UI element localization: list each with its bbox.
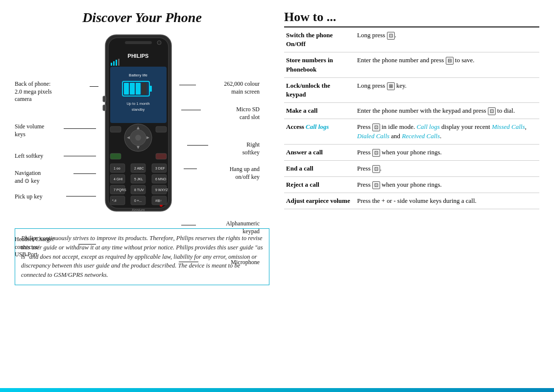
right-column: How to ... Switch the phone On/Off Long …	[284, 10, 539, 383]
row-label: Adjust earpiece volume	[284, 193, 355, 209]
svg-rect-27	[156, 126, 167, 132]
label-alphanumeric: Alphanumerickeypad	[196, 220, 260, 235]
svg-rect-26	[110, 126, 121, 132]
label-hangup: Hang up andon/off key	[197, 166, 260, 181]
row-adjust-volume: Adjust earpiece volume Press the + or - …	[284, 193, 539, 209]
row-answer-call: Answer a call Press ⊡ when your phone ri…	[284, 144, 539, 160]
svg-text:8 TUV: 8 TUV	[134, 188, 144, 192]
svg-text:5 JKL: 5 JKL	[134, 177, 143, 181]
row-label: End a call	[284, 160, 355, 176]
phone-diagram: Back of phone:2.0 mega pixelscamera Side…	[15, 32, 269, 223]
key-icon: ⊡	[372, 181, 380, 189]
row-desc: Enter the phone number with the keypad a…	[355, 103, 539, 119]
svg-text:*.#: *.#	[112, 199, 117, 202]
svg-text:2 ABC: 2 ABC	[134, 167, 144, 170]
row-desc: Press ⊡.	[355, 160, 539, 176]
row-desc: Enter the phone number and press ⊟ to sa…	[355, 52, 539, 77]
svg-rect-15	[136, 83, 141, 95]
label-side-volume: Side volumekeys	[15, 123, 64, 138]
call-logs-link: Call logs	[306, 123, 329, 130]
svg-rect-56	[103, 96, 106, 102]
svg-rect-8	[118, 59, 120, 66]
row-store-numbers: Store numbers in Phonebook Enter the pho…	[284, 52, 539, 77]
label-headset: Headset/Chargerconnector/USB Port	[15, 236, 78, 259]
svg-rect-29	[156, 153, 167, 159]
svg-rect-13	[124, 83, 129, 95]
row-desc: Press ⊡ when your phone rings.	[355, 177, 539, 193]
svg-rect-12	[149, 86, 152, 92]
row-desc: Press the + or - side volume keys during…	[355, 193, 539, 209]
label-microphone: Microphone	[198, 259, 260, 267]
key-icon: ⊞	[387, 82, 395, 90]
row-reject-call: Reject a call Press ⊡ when your phone ri…	[284, 177, 539, 193]
svg-rect-16	[142, 83, 146, 95]
row-label: Lock/unlock the keypad	[284, 77, 355, 102]
svg-text:3 DEF: 3 DEF	[155, 167, 165, 170]
row-label: Switch the phone On/Off	[284, 27, 355, 52]
label-colour-screen: 262,000 colourmain screen	[196, 80, 260, 96]
bottom-bar	[0, 388, 554, 392]
row-label: Access Call logs	[284, 119, 355, 144]
row-desc: Long press ⊞ key.	[355, 77, 539, 102]
row-label: Reject a call	[284, 177, 355, 193]
svg-rect-7	[116, 60, 117, 66]
dialed-calls-link: Dialed Calls	[357, 132, 389, 140]
svg-point-21	[135, 135, 141, 141]
svg-rect-57	[103, 105, 106, 111]
label-navigation: Navigationand ⊙ key	[15, 170, 73, 185]
row-desc: Press ⊡ when your phone rings.	[355, 144, 539, 160]
how-to-table: Switch the phone On/Off Long press ⊡. St…	[284, 27, 539, 209]
svg-text:6 MNO: 6 MNO	[155, 177, 167, 181]
svg-text:Xenium: Xenium	[131, 208, 145, 212]
svg-text:1 oo: 1 oo	[114, 167, 120, 170]
left-column: Discover Your Phone Back of phone:2.0 me…	[15, 10, 269, 383]
svg-text:9 WXYZ: 9 WXYZ	[155, 188, 169, 192]
missed-calls-link: Missed Calls	[492, 123, 525, 130]
key-icon: ⊡	[372, 123, 380, 131]
row-lock-keypad: Lock/unlock the keypad Long press ⊞ key.	[284, 77, 539, 102]
svg-text:4 GHI: 4 GHI	[114, 177, 122, 181]
call-logs-text: Call logs	[416, 123, 439, 130]
svg-text:7 PQRS: 7 PQRS	[114, 188, 126, 192]
row-label: Make a call	[284, 103, 355, 119]
svg-text:+: +	[107, 97, 109, 100]
phone-image: PHILIPS Battery life	[96, 32, 181, 214]
svg-text:0 +...: 0 +...	[134, 199, 142, 202]
svg-point-3	[157, 41, 161, 45]
row-desc: Long press ⊡.	[355, 27, 539, 52]
row-end-call: End a call Press ⊡.	[284, 160, 539, 176]
key-icon: ⊡	[372, 149, 380, 157]
label-right-softkey: Rightsoftkey	[208, 141, 260, 156]
page-title: Discover Your Phone	[15, 10, 269, 25]
row-switch-onoff: Switch the phone On/Off Long press ⊡.	[284, 27, 539, 52]
label-back-camera: Back of phone:2.0 mega pixelscamera	[15, 80, 91, 103]
key-icon: ⊡	[488, 107, 496, 115]
svg-text:PHILIPS: PHILIPS	[128, 53, 149, 59]
row-label: Store numbers in Phonebook	[284, 52, 355, 77]
label-microsd: Micro SDcard slot	[201, 106, 260, 121]
received-calls-link: Received Calls	[402, 132, 440, 140]
svg-text:Up to 1 month: Up to 1 month	[126, 101, 149, 106]
label-left-softkey: Left softkey	[15, 152, 64, 160]
label-pickup: Pick up key	[15, 193, 66, 201]
how-to-title: How to ...	[284, 10, 539, 24]
svg-rect-2	[125, 41, 152, 44]
svg-rect-14	[130, 83, 135, 95]
row-access-calllogs: Access Call logs Press ⊡ in idle mode. C…	[284, 119, 539, 144]
row-make-call: Make a call Enter the phone number with …	[284, 103, 539, 119]
svg-text:#⊞↑: #⊞↑	[155, 199, 162, 202]
svg-text:standby: standby	[132, 107, 145, 112]
key-icon: ⊡	[387, 32, 395, 40]
key-icon: ⊡	[372, 165, 380, 173]
svg-rect-5	[111, 63, 112, 66]
svg-text:Battery life: Battery life	[129, 73, 147, 77]
svg-rect-28	[110, 153, 121, 159]
svg-rect-6	[113, 61, 115, 66]
row-desc: Press ⊡ in idle mode. Call logs display …	[355, 119, 539, 144]
key-icon: ⊟	[446, 57, 454, 65]
row-label: Answer a call	[284, 144, 355, 160]
